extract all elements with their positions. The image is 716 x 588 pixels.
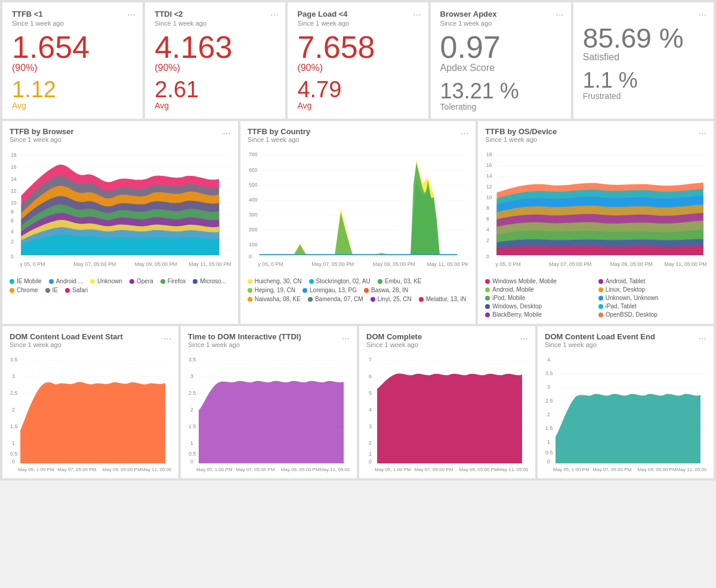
- svg-text:May 05, 1:00 PM: May 05, 1:00 PM: [375, 467, 411, 472]
- legend-item: Bamenda, 07, CM: [308, 296, 363, 302]
- ttfb-os-subtitle: Since 1 week ago: [485, 136, 706, 143]
- svg-text:2.5: 2.5: [189, 390, 196, 396]
- apdex-card: Browser Apdex Since 1 week ago ··· 0.97 …: [431, 2, 571, 119]
- ttfb-avg-label: Avg: [12, 101, 133, 110]
- frustrated-pct: 1.1 %: [583, 70, 704, 91]
- svg-text:1.5: 1.5: [10, 423, 18, 429]
- legend-item: Naivasha, 08, KE: [248, 296, 301, 302]
- legend-item: Lorengau, 13, PG: [303, 287, 357, 293]
- svg-text:2.5: 2.5: [545, 398, 553, 404]
- svg-text:600: 600: [249, 167, 258, 173]
- apdex-subtitle: Since 1 week ago: [440, 20, 561, 27]
- apdex-tolerating-pct: 13.21 %: [440, 81, 561, 102]
- svg-text:1: 1: [190, 440, 193, 446]
- dom-end-svg: 4 3.5 3 2.5 2 1.5 1 0.5 0: [545, 353, 706, 472]
- svg-text:10: 10: [11, 200, 17, 206]
- svg-text:May 07, 05:00 PM: May 07, 05:00 PM: [236, 467, 274, 472]
- ttfb-os-chart: 18 16 14 12 10 8 6 4 2 0: [485, 148, 706, 273]
- top-metrics-row: TTFB <1 Since 1 week ago ··· 1.654 (90%)…: [2, 2, 714, 119]
- ttdi-bot-chart: 3.5 3 2.5 2 1.5 1 0.5 0 May 05, 1:00 PM: [188, 353, 350, 472]
- ttfb-more-button[interactable]: ···: [128, 10, 135, 20]
- dom-complete-more-button[interactable]: ···: [520, 333, 528, 344]
- ttfb-os-svg: 18 16 14 12 10 8 6 4 2 0: [485, 148, 706, 273]
- svg-text:3: 3: [547, 384, 550, 390]
- ttfb-country-more-button[interactable]: ···: [461, 128, 468, 139]
- svg-text:May 05, 1:00 PM: May 05, 1:00 PM: [553, 467, 590, 472]
- svg-text:May 09, 05:00 PM: May 09, 05:00 PM: [610, 261, 653, 267]
- dom-start-title: DOM Content Load Event Start: [10, 332, 171, 341]
- ttfb-browser-title: TTFB by Browser: [10, 127, 231, 136]
- svg-text:3: 3: [190, 373, 193, 379]
- bottom-charts-row: DOM Content Load Event Start Since 1 wee…: [2, 326, 714, 478]
- svg-text:10: 10: [486, 194, 492, 200]
- svg-text:7: 7: [369, 357, 372, 363]
- dom-end-chart: 4 3.5 3 2.5 2 1.5 1 0.5 0: [545, 353, 706, 472]
- svg-text:1.5: 1.5: [545, 425, 553, 431]
- dom-start-chart: 3.5 3 2.5 2 1.5 1 0.5 0: [10, 353, 171, 472]
- legend-item: Chrome: [10, 287, 38, 293]
- svg-text:May 09, 05:00 PM: May 09, 05:00 PM: [103, 467, 141, 472]
- ttdi-bot-more-button[interactable]: ···: [342, 333, 350, 344]
- legend-item: Linyi, 25, CN: [371, 296, 412, 302]
- dom-start-more-button[interactable]: ···: [163, 333, 171, 344]
- svg-text:2: 2: [12, 407, 15, 413]
- svg-text:6: 6: [11, 218, 14, 224]
- ttfb-avg-value: 1.12: [12, 78, 133, 101]
- svg-text:2: 2: [11, 239, 14, 245]
- svg-text:May 07, 05:00 PM: May 07, 05:00 PM: [57, 467, 96, 472]
- svg-text:3: 3: [12, 373, 15, 379]
- ttdi-card: TTDI <2 Since 1 week ago ··· 4.163 (90%)…: [145, 2, 285, 119]
- pageload-main-value: 7.658: [297, 32, 418, 63]
- svg-text:4: 4: [547, 357, 550, 363]
- ttfb-os-more-button[interactable]: ···: [699, 128, 706, 139]
- legend-item: Huicheng, 30, CN: [248, 278, 302, 284]
- svg-text:May 07, 05:00 PM: May 07, 05:00 PM: [550, 261, 592, 267]
- ttfb-title: TTFB <1: [12, 10, 133, 18]
- dom-complete-svg: 7 6 5 4 3 2 1 0 May 05, 1:00 PM M: [366, 353, 528, 472]
- legend-item: Unknown, Unknown: [598, 295, 706, 301]
- svg-text:2: 2: [369, 440, 372, 446]
- ttdi-bot-card: Time to DOM Interactive (TTDI) Since 1 w…: [181, 326, 357, 478]
- pageload-more-button[interactable]: ···: [413, 10, 421, 20]
- ttdi-bot-subtitle: Since 1 week ago: [188, 341, 350, 348]
- svg-text:May 11, 05:00 PM: May 11, 05:00 PM: [427, 261, 468, 267]
- svg-text:0: 0: [369, 459, 372, 465]
- ttdi-bot-svg: 3.5 3 2.5 2 1.5 1 0.5 0 May 05, 1:00 PM: [188, 353, 350, 472]
- svg-text:14: 14: [11, 176, 17, 182]
- pageload-avg-value: 4.79: [297, 78, 418, 101]
- svg-text:700: 700: [249, 151, 258, 157]
- svg-text:May 11, 05:00 PM: May 11, 05:00 PM: [665, 261, 706, 267]
- ttfb-by-browser-card: TTFB by Browser Since 1 week ago ··· 18 …: [2, 121, 238, 324]
- ttfb-os-legend: Windows Mobile, Mobile Android, Tablet A…: [485, 278, 706, 318]
- legend-item: BlackBerry, Mobile: [485, 311, 593, 318]
- svg-text:2.5: 2.5: [10, 390, 18, 396]
- svg-text:1.5: 1.5: [189, 423, 196, 429]
- svg-text:500: 500: [249, 182, 258, 188]
- svg-text:2: 2: [547, 411, 550, 417]
- middle-charts-row: TTFB by Browser Since 1 week ago ··· 18 …: [2, 121, 714, 324]
- dashboard: TTFB <1 Since 1 week ago ··· 1.654 (90%)…: [0, 0, 716, 481]
- legend-item: Opera: [129, 278, 153, 284]
- legend-item: Stockrington, 02, AU: [309, 278, 371, 284]
- svg-text:0.5: 0.5: [10, 451, 18, 457]
- ttdi-main-value: 4.163: [155, 32, 276, 63]
- satisfied-more-button[interactable]: ···: [699, 10, 706, 20]
- dom-complete-chart: 7 6 5 4 3 2 1 0 May 05, 1:00 PM M: [366, 353, 528, 472]
- pageload-title: Page Load <4: [297, 10, 418, 18]
- satisfied-card: ··· 85.69 % Satisfied 1.1 % Frustrated: [573, 2, 714, 119]
- svg-text:1: 1: [547, 439, 550, 445]
- svg-text:300: 300: [249, 212, 258, 218]
- dom-content-load-end-card: DOM Content Load Event End Since 1 week …: [538, 326, 714, 478]
- svg-text:3.5: 3.5: [189, 357, 196, 363]
- apdex-more-button[interactable]: ···: [555, 10, 563, 20]
- svg-text:2: 2: [190, 407, 193, 413]
- svg-text:0: 0: [486, 253, 489, 259]
- ttfb-browser-more-button[interactable]: ···: [223, 128, 230, 139]
- legend-item: Android, Tablet: [598, 278, 706, 284]
- ttdi-more-button[interactable]: ···: [270, 10, 278, 20]
- satisfied-pct: 85.69 %: [583, 24, 704, 52]
- ttfb-by-os-card: TTFB by OS/Device Since 1 week ago ··· 1…: [478, 121, 714, 324]
- dom-end-more-button[interactable]: ···: [699, 333, 706, 344]
- apdex-score: 0.97: [440, 32, 561, 63]
- dom-start-svg: 3.5 3 2.5 2 1.5 1 0.5 0: [10, 353, 171, 472]
